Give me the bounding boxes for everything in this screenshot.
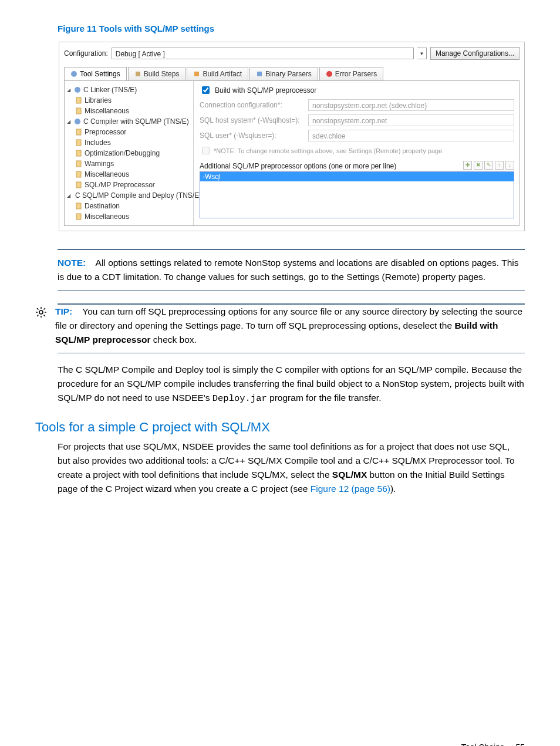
connection-config-input: nonstopsystem.corp.net (sdev.chloe) bbox=[308, 99, 514, 111]
tab-error-parsers[interactable]: Error Parsers bbox=[319, 67, 383, 80]
tree-label: C SQL/MP Compile and Deploy (TNS/E) bbox=[75, 191, 201, 200]
svg-rect-1 bbox=[136, 72, 140, 76]
tab-build-artifact[interactable]: Build Artifact bbox=[187, 67, 248, 80]
tip-lead: TIP: bbox=[55, 306, 72, 316]
figure-link[interactable]: Figure 12 (page 56) bbox=[311, 484, 390, 494]
svg-rect-16 bbox=[76, 203, 81, 209]
tree-node-misc3[interactable]: Miscellaneous bbox=[75, 211, 191, 222]
tab-label: Tool Settings bbox=[80, 70, 120, 78]
page-footer: Tool Chains 55 bbox=[35, 742, 525, 746]
note-line: *NOTE: To change remote settings above, … bbox=[200, 145, 514, 156]
svg-rect-9 bbox=[76, 129, 81, 135]
page-icon bbox=[75, 202, 82, 210]
tree-label: Miscellaneous bbox=[85, 170, 129, 178]
tree-node-misc[interactable]: Miscellaneous bbox=[75, 106, 191, 116]
tree-node-preprocessor[interactable]: Preprocessor bbox=[75, 127, 191, 137]
tree-label: SQL/MP Preprocessor bbox=[85, 181, 155, 189]
paragraph-deploy: The C SQL/MP Compile and Deploy tool is … bbox=[58, 363, 525, 406]
manage-configurations-button[interactable]: Manage Configurations... bbox=[430, 47, 519, 60]
build-with-checkbox[interactable] bbox=[202, 86, 210, 94]
divider bbox=[58, 353, 525, 353]
tree-node-libraries[interactable]: Libraries bbox=[75, 95, 191, 106]
tab-label: Error Parsers bbox=[335, 70, 377, 78]
tab-tool-settings[interactable]: Tool Settings bbox=[64, 67, 127, 80]
error-icon bbox=[326, 70, 333, 77]
tree-label: Preprocessor bbox=[85, 128, 126, 136]
page-icon bbox=[75, 160, 82, 167]
configuration-dropdown[interactable]: Debug [ Active ] bbox=[112, 48, 414, 59]
edit-icon[interactable]: ✎ bbox=[484, 161, 493, 170]
svg-rect-2 bbox=[194, 72, 199, 76]
footer-section: Tool Chains bbox=[461, 742, 504, 746]
tree-node-warnings[interactable]: Warnings bbox=[75, 158, 191, 169]
sql-host-input: nonstopsystem.corp.net bbox=[308, 114, 514, 126]
tree-label: Libraries bbox=[85, 96, 112, 104]
note-body: All options settings related to remote N… bbox=[58, 258, 518, 282]
delete-icon[interactable]: ✖ bbox=[474, 161, 483, 170]
tab-label: Build Steps bbox=[144, 70, 180, 78]
svg-rect-7 bbox=[76, 108, 81, 114]
page-icon bbox=[75, 107, 82, 114]
add-icon[interactable]: ✚ bbox=[463, 161, 472, 170]
note-checkbox bbox=[202, 147, 210, 154]
tool-icon bbox=[74, 86, 81, 93]
page-icon bbox=[75, 171, 82, 178]
svg-point-0 bbox=[71, 71, 77, 77]
expand-icon: ◢ bbox=[67, 193, 70, 198]
opts-item[interactable]: -Wsql bbox=[200, 172, 514, 181]
tree-node-sqlmp-preproc[interactable]: SQL/MP Preprocessor bbox=[75, 180, 191, 190]
tab-build-steps[interactable]: Build Steps bbox=[128, 67, 186, 80]
svg-line-24 bbox=[44, 315, 46, 317]
binary-icon bbox=[256, 70, 263, 77]
svg-rect-3 bbox=[257, 72, 262, 76]
opts-label: Additional SQL/MP preprocessor options (… bbox=[200, 162, 396, 170]
expand-icon: ◢ bbox=[67, 119, 72, 124]
chevron-down-icon[interactable]: ▼ bbox=[417, 48, 427, 59]
tool-icon bbox=[70, 70, 77, 77]
tree-node-linker[interactable]: ◢C Linker (TNS/E) bbox=[67, 85, 191, 95]
sql-user-label: SQL user* (-Wsqluser=): bbox=[200, 131, 302, 140]
tree-label: Includes bbox=[85, 139, 111, 147]
tree-node-destination[interactable]: Destination bbox=[75, 201, 191, 211]
tool-tree: ◢C Linker (TNS/E) Libraries Miscellaneou… bbox=[65, 81, 194, 225]
tab-bar: Tool Settings Build Steps Build Artifact… bbox=[64, 67, 519, 81]
artifact-icon bbox=[193, 70, 200, 77]
svg-point-5 bbox=[75, 87, 80, 93]
svg-line-23 bbox=[37, 308, 39, 310]
tree-label: Destination bbox=[85, 202, 120, 210]
sql-host-label: SQL host system* (-Wsqlhost=): bbox=[200, 116, 302, 124]
move-down-icon[interactable]: ↓ bbox=[505, 161, 514, 170]
tip-text-a: You can turn off SQL preprocessing optio… bbox=[55, 306, 522, 330]
tree-node-misc2[interactable]: Miscellaneous bbox=[75, 169, 191, 180]
svg-point-8 bbox=[75, 119, 80, 124]
build-with-label: Build with SQL/MP preprocessor bbox=[215, 86, 316, 94]
tab-binary-parsers[interactable]: Binary Parsers bbox=[249, 67, 318, 80]
svg-point-4 bbox=[326, 71, 332, 77]
figure-title: Figure 11 Tools with SQL/MP settings bbox=[58, 23, 525, 33]
settings-pane: ◢C Linker (TNS/E) Libraries Miscellaneou… bbox=[64, 81, 519, 226]
tree-label: Warnings bbox=[85, 160, 114, 168]
text: ). bbox=[390, 484, 396, 494]
opts-listbox[interactable]: -Wsql bbox=[200, 171, 514, 218]
tab-label: Binary Parsers bbox=[265, 70, 312, 78]
expand-icon: ◢ bbox=[67, 87, 72, 93]
page-icon bbox=[75, 139, 82, 146]
svg-point-18 bbox=[39, 310, 43, 314]
tree-node-optimization[interactable]: Optimization/Debugging bbox=[75, 148, 191, 158]
tree-label: C Compiler with SQL/MP (TNS/E) bbox=[83, 117, 189, 126]
tree-node-includes[interactable]: Includes bbox=[75, 137, 191, 148]
build-with-checkbox-row: Build with SQL/MP preprocessor bbox=[200, 85, 514, 96]
page-icon bbox=[75, 213, 82, 220]
page-icon bbox=[75, 150, 82, 157]
page-icon bbox=[75, 129, 82, 136]
tab-label: Build Artifact bbox=[203, 70, 242, 78]
note-callout: NOTE: All options settings related to re… bbox=[58, 250, 525, 290]
move-up-icon[interactable]: ↑ bbox=[495, 161, 504, 170]
bold: SQL/MX bbox=[332, 470, 367, 480]
svg-line-25 bbox=[37, 315, 39, 317]
svg-rect-14 bbox=[76, 182, 81, 188]
sql-user-input: sdev.chloe bbox=[308, 130, 514, 141]
connection-config-label: Connection configuration*: bbox=[200, 101, 302, 109]
tree-node-compiler[interactable]: ◢C Compiler with SQL/MP (TNS/E) bbox=[67, 116, 191, 127]
tree-node-deploy[interactable]: ◢C SQL/MP Compile and Deploy (TNS/E) bbox=[67, 190, 191, 201]
